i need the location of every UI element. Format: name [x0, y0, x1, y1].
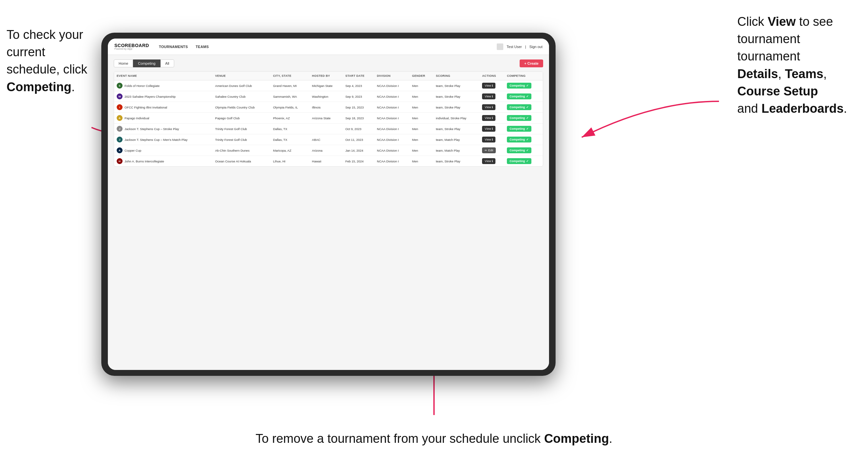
nav-links: TOURNAMENTS TEAMS [159, 45, 209, 49]
view-button[interactable]: View ℹ [482, 104, 495, 110]
table-row: H John A. Burns Intercollegiate Ocean Co… [114, 156, 543, 167]
table-row: I OFCC Fighting Illini Invitational Olym… [114, 102, 543, 113]
competing-cell: Competing ✓ [504, 145, 543, 156]
division-cell: NCAA Division I [374, 156, 409, 167]
navbar-separator: | [525, 45, 526, 49]
start-date-cell: Jan 14, 2024 [343, 145, 374, 156]
competing-badge[interactable]: Competing ✓ [507, 158, 531, 164]
division-cell: NCAA Division I [374, 81, 409, 91]
filter-tab-competing[interactable]: Competing [133, 60, 160, 67]
main-content: Home Competing All + Create EVENT NAME V… [108, 55, 549, 370]
division-cell: NCAA Division I [374, 124, 409, 134]
start-date-cell: Sep 4, 2023 [343, 81, 374, 91]
navbar-right: Test User | Sign out [497, 43, 542, 50]
gender-cell: Men [409, 145, 433, 156]
team-logo: A [117, 147, 123, 153]
venue-cell: Ocean Course At Hokuala [212, 156, 270, 167]
col-city-state: CITY, STATE [270, 71, 309, 81]
event-name-text: Copper Cup [125, 149, 141, 152]
filter-tab-all[interactable]: All [160, 60, 174, 67]
tablet-screen: SCOREBOARD Powered by clippi TOURNAMENTS… [108, 38, 549, 370]
hosted-by-cell: Illinois [309, 102, 343, 113]
competing-badge[interactable]: Competing ✓ [507, 126, 531, 132]
competing-cell: Competing ✓ [504, 91, 543, 102]
venue-cell: American Dunes Golf Club [212, 81, 270, 91]
division-cell: NCAA Division I [374, 113, 409, 124]
competing-badge[interactable]: Competing ✓ [507, 104, 531, 110]
competing-badge[interactable]: Competing ✓ [507, 147, 531, 153]
competing-badge[interactable]: Competing ✓ [507, 93, 531, 99]
col-start-date: START DATE [343, 71, 374, 81]
hosted-by-cell: ABAC [309, 134, 343, 145]
actions-cell: View ℹ [479, 113, 504, 124]
tablet-device: SCOREBOARD Powered by clippi TOURNAMENTS… [101, 33, 556, 376]
hosted-by-cell: Michigan State [309, 81, 343, 91]
view-button[interactable]: View ℹ [482, 93, 495, 99]
edit-button[interactable]: ✏ Edit [482, 147, 496, 153]
event-name-text: Jackson T. Stephens Cup – Men's Match Pl… [125, 138, 188, 142]
table-row: J Jackson T. Stephens Cup – Stroke Play … [114, 124, 543, 134]
event-name-text: OFCC Fighting Illini Invitational [125, 105, 167, 109]
gender-cell: Men [409, 91, 433, 102]
gender-cell: Men [409, 81, 433, 91]
annotation-right-top: Click View to see tournament tournament … [737, 13, 862, 117]
event-name-cell: J Jackson T. Stephens Cup – Stroke Play [114, 124, 212, 134]
city-state-cell: Olympia Fields, IL [270, 102, 309, 113]
navbar: SCOREBOARD Powered by clippi TOURNAMENTS… [108, 38, 549, 55]
table-row: J Jackson T. Stephens Cup – Men's Match … [114, 134, 543, 145]
team-logo: W [117, 93, 123, 99]
nav-teams[interactable]: TEAMS [196, 45, 209, 49]
city-state-cell: Lihue, HI [270, 156, 309, 167]
competing-badge[interactable]: Competing ✓ [507, 83, 531, 89]
team-logo: J [117, 126, 123, 132]
navbar-left: SCOREBOARD Powered by clippi TOURNAMENTS… [114, 43, 209, 50]
sign-out-link[interactable]: Sign out [529, 45, 542, 49]
nav-tournaments[interactable]: TOURNAMENTS [159, 45, 188, 49]
create-button[interactable]: + Create [520, 60, 543, 67]
scoring-cell: team, Stroke Play [433, 102, 480, 113]
start-date-cell: Feb 15, 2024 [343, 156, 374, 167]
view-button[interactable]: View ℹ [482, 136, 495, 143]
gender-cell: Men [409, 113, 433, 124]
division-cell: NCAA Division I [374, 145, 409, 156]
city-state-cell: Maricopa, AZ [270, 145, 309, 156]
gender-cell: Men [409, 156, 433, 167]
venue-cell: Sahalee Country Club [212, 91, 270, 102]
competing-badge[interactable]: Competing ✓ [507, 115, 531, 121]
event-name-cell: A Papago Individual [114, 113, 212, 124]
scoreboard-brand: SCOREBOARD Powered by clippi [114, 43, 149, 50]
competing-badge[interactable]: Competing ✓ [507, 136, 531, 143]
event-name-cell: A Copper Cup [114, 145, 212, 156]
scoring-cell: team, Stroke Play [433, 81, 480, 91]
event-name-text: Jackson T. Stephens Cup – Stroke Play [125, 127, 179, 131]
col-venue: VENUE [212, 71, 270, 81]
team-logo: H [117, 158, 123, 164]
col-division: DIVISION [374, 71, 409, 81]
start-date-cell: Sep 15, 2023 [343, 102, 374, 113]
city-state-cell: Sammamish, WA [270, 91, 309, 102]
competing-cell: Competing ✓ [504, 134, 543, 145]
view-button[interactable]: View ℹ [482, 158, 495, 164]
hosted-by-cell: Washington [309, 91, 343, 102]
event-name-text: John A. Burns Intercollegiate [125, 159, 164, 163]
table-row: W 2023 Sahalee Players Championship Saha… [114, 91, 543, 102]
scoring-cell: team, Stroke Play [433, 156, 480, 167]
venue-cell: Trinity Forest Golf Club [212, 124, 270, 134]
table-row: S Folds of Honor Collegiate American Dun… [114, 81, 543, 91]
view-button[interactable]: View ℹ [482, 115, 495, 121]
competing-cell: Competing ✓ [504, 124, 543, 134]
filter-tabs: Home Competing All [114, 60, 174, 67]
actions-cell: View ℹ [479, 91, 504, 102]
gender-cell: Men [409, 134, 433, 145]
table-header-row: EVENT NAME VENUE CITY, STATE HOSTED BY S… [114, 71, 543, 81]
team-logo: A [117, 115, 123, 121]
hosted-by-cell: Arizona State [309, 113, 343, 124]
user-icon [497, 43, 503, 50]
actions-cell: View ℹ [479, 156, 504, 167]
view-button[interactable]: View ℹ [482, 126, 495, 132]
view-button[interactable]: View ℹ [482, 83, 495, 89]
start-date-cell: Oct 9, 2023 [343, 124, 374, 134]
filter-tab-home[interactable]: Home [114, 60, 133, 67]
event-name-text: Folds of Honor Collegiate [125, 84, 159, 88]
filter-bar: Home Competing All + Create [114, 60, 543, 67]
